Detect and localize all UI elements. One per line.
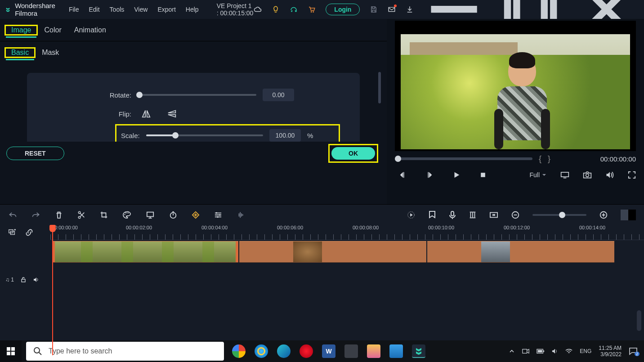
- flip-horizontal-icon[interactable]: [141, 109, 151, 118]
- keyframe-icon[interactable]: [192, 211, 200, 219]
- mail-icon[interactable]: [388, 5, 396, 13]
- headphones-icon[interactable]: [290, 5, 298, 13]
- taskbar-app-ie[interactable]: [255, 344, 268, 358]
- video-track-content[interactable]: [50, 240, 644, 264]
- time-ruler[interactable]: |00:00:00:00 00:00:02:00 00:00:04:00 00:…: [50, 225, 644, 240]
- menu-edit[interactable]: Edit: [89, 6, 99, 13]
- save-icon[interactable]: [370, 5, 378, 13]
- tray-battery-icon[interactable]: [537, 349, 545, 354]
- stop-icon[interactable]: [479, 171, 487, 179]
- app-name: Wondershare Filmora: [15, 2, 55, 17]
- taskbar-app-resolve[interactable]: [344, 344, 358, 358]
- tray-wifi-icon[interactable]: [565, 348, 572, 354]
- next-frame-icon[interactable]: [425, 171, 434, 179]
- voiceover-icon[interactable]: [449, 210, 456, 219]
- playhead[interactable]: [52, 225, 53, 355]
- timeline-vertical-scrollbar[interactable]: [637, 310, 641, 331]
- login-button[interactable]: Login: [326, 4, 360, 15]
- play-icon[interactable]: [452, 171, 461, 179]
- audiomixer-icon[interactable]: [469, 210, 477, 219]
- taskbar-search[interactable]: Type here to search: [26, 342, 224, 361]
- snapshot-icon[interactable]: [583, 171, 592, 179]
- menu-view[interactable]: View: [134, 6, 148, 13]
- zoom-slider[interactable]: [532, 214, 586, 216]
- taskbar-app-photos[interactable]: [389, 344, 403, 358]
- taskbar-app-word[interactable]: W: [322, 344, 335, 358]
- quality-dropdown[interactable]: Full: [529, 171, 547, 179]
- taskbar-app-paint[interactable]: [367, 344, 380, 358]
- scale-slider[interactable]: [146, 134, 263, 136]
- menu-tools[interactable]: Tools: [110, 6, 125, 13]
- tray-clock[interactable]: 11:25 AM 3/9/2022: [599, 345, 622, 358]
- svg-point-11: [128, 212, 129, 213]
- tab-image[interactable]: Image: [6, 23, 36, 38]
- undo-icon[interactable]: [8, 211, 17, 219]
- prev-frame-icon[interactable]: [398, 171, 407, 179]
- zoom-out-icon[interactable]: [511, 210, 520, 219]
- clip-3[interactable]: [427, 241, 614, 263]
- tray-meet-icon[interactable]: [522, 348, 529, 354]
- fit-icon[interactable]: [489, 211, 498, 219]
- download-icon[interactable]: [406, 5, 414, 13]
- mark-out-brace[interactable]: }: [548, 154, 550, 164]
- svg-point-15: [219, 214, 221, 216]
- crop-icon[interactable]: [100, 211, 108, 219]
- lightbulb-icon[interactable]: [272, 5, 280, 13]
- rotate-value[interactable]: 0.00: [263, 89, 294, 101]
- track-add-icon[interactable]: [8, 228, 16, 237]
- preview-panel: { } 00:00:00:00 Full: [387, 19, 644, 204]
- menu-file[interactable]: File: [69, 6, 79, 13]
- tray-notifications-icon[interactable]: 2: [629, 347, 638, 355]
- cart-icon[interactable]: [308, 5, 316, 13]
- flip-vertical-icon[interactable]: [167, 109, 177, 118]
- display-icon[interactable]: [560, 171, 569, 179]
- rotate-slider[interactable]: [139, 94, 256, 96]
- speed-icon[interactable]: [169, 211, 177, 219]
- tray-date: 3/9/2022: [599, 351, 622, 358]
- fullscreen-icon[interactable]: [628, 171, 636, 179]
- greenscreen-icon[interactable]: [146, 211, 155, 219]
- taskbar-app-opera[interactable]: [300, 344, 313, 358]
- taskbar-app-filmora[interactable]: [412, 344, 425, 358]
- tab-color[interactable]: Color: [38, 22, 67, 39]
- link-icon[interactable]: [25, 228, 33, 237]
- subtabs-row: Basic Mask: [0, 41, 387, 64]
- svg-rect-32: [538, 350, 542, 352]
- audio-adjust-icon[interactable]: [237, 211, 246, 219]
- clip-1[interactable]: [52, 241, 238, 263]
- taskbar-app-chrome[interactable]: [232, 344, 246, 358]
- scale-value[interactable]: 100.00: [269, 129, 301, 142]
- svg-rect-26: [11, 347, 15, 351]
- tray-chevron-up-icon[interactable]: [509, 348, 515, 354]
- scrub-slider[interactable]: [395, 157, 532, 160]
- svg-point-14: [216, 212, 218, 214]
- mark-in-brace[interactable]: {: [539, 154, 541, 164]
- color-icon[interactable]: [122, 211, 131, 219]
- menu-export[interactable]: Export: [157, 6, 175, 13]
- tab-animation[interactable]: Animation: [68, 22, 112, 39]
- taskbar-app-edge[interactable]: [277, 344, 291, 358]
- delete-icon[interactable]: [55, 211, 63, 219]
- marker-icon[interactable]: [428, 210, 436, 219]
- split-icon[interactable]: [77, 211, 85, 219]
- tray-language[interactable]: ENG: [580, 348, 591, 354]
- tray-volume-icon[interactable]: [552, 348, 558, 354]
- start-button[interactable]: [0, 340, 22, 362]
- properties-scrollbar[interactable]: [378, 72, 381, 103]
- mute-icon[interactable]: [33, 277, 39, 283]
- clip-2[interactable]: [239, 241, 426, 263]
- reset-button[interactable]: RESET: [6, 147, 64, 160]
- render-icon[interactable]: [407, 210, 416, 219]
- redo-icon[interactable]: [31, 211, 40, 219]
- cloud-icon[interactable]: [254, 5, 262, 13]
- ok-button[interactable]: OK: [331, 147, 375, 160]
- audio-track: ♫ 1: [0, 270, 644, 290]
- subtab-mask[interactable]: Mask: [36, 44, 65, 61]
- zoom-in-icon[interactable]: [599, 210, 608, 219]
- lock-icon[interactable]: [20, 277, 27, 283]
- volume-icon[interactable]: [605, 171, 614, 179]
- adjust-icon[interactable]: [214, 211, 222, 219]
- timeline-view-toggle[interactable]: [621, 210, 636, 220]
- subtab-basic[interactable]: Basic: [6, 46, 34, 60]
- menu-help[interactable]: Help: [186, 6, 199, 13]
